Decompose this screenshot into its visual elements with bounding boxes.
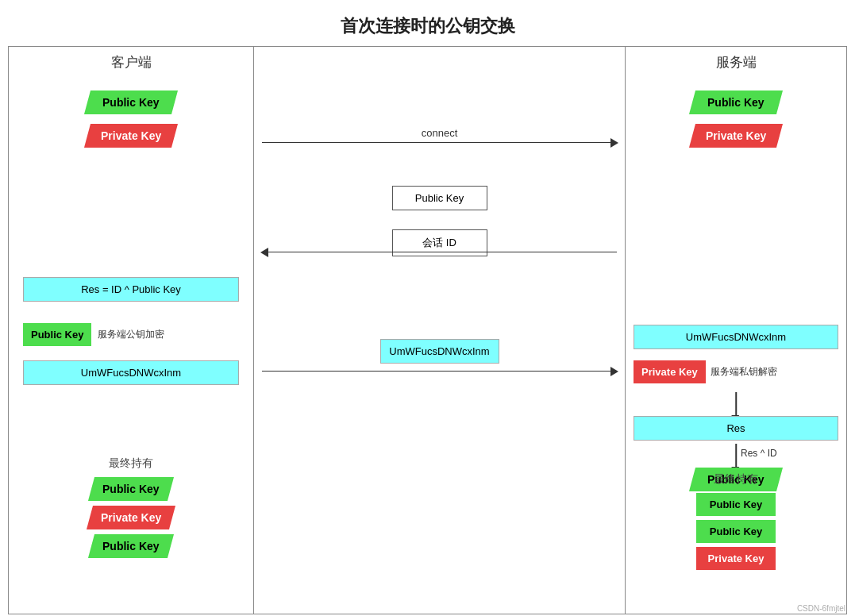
v-arrow-1 [735,392,737,416]
client-final-privkey: Private Key [87,506,175,529]
encrypted-arrow [262,371,617,372]
client-panel: 客户端 Public Key Private Key Res = ID ^ Pu… [8,46,254,614]
res-xor-label: Res ^ ID [741,448,777,459]
middle-panel: connect Public Key 会话 ID UmWFucsDNWcxI [254,46,625,614]
server-label: 服务端 [626,47,846,75]
response-arrow [262,252,617,252]
server-public-key-top: Public Key [689,90,783,114]
client-finally-label: 最终持有 [9,456,253,471]
watermark: CSDN-6fmjtel [797,604,845,613]
server-final-pubkey1: Public Key [696,493,776,516]
main-title: 首次连接时的公钥交换 [0,0,855,46]
server-panel: 服务端 Public Key Private Key UmWFucsDNWcxI… [625,46,847,614]
decrypt-label: 服务端私钥解密 [711,365,777,379]
connect-label: connect [422,127,458,139]
connect-arrow: connect [262,142,617,143]
v-arrow-2 [735,444,737,468]
server-private-key-top: Private Key [689,124,783,148]
middle-public-key: Public Key [392,186,487,210]
client-private-key-top: Private Key [84,124,178,148]
client-encrypted: UmWFucsDNWcxInm [23,360,239,385]
client-label: 客户端 [9,47,253,75]
client-res-eq: Res = ID ^ Public Key [23,277,239,302]
client-public-key-mid: Public Key [23,323,91,346]
middle-encrypted: UmWFucsDNWcxInm [380,339,499,364]
server-final-privkey: Private Key [696,547,776,570]
server-encrypted: UmWFucsDNWcxInm [634,325,838,349]
client-final-pubkey2: Public Key [88,534,174,558]
encrypt-label: 服务端公钥加密 [98,328,164,341]
server-finally-label: 最终持有 [626,472,846,487]
server-final-pubkey2: Public Key [696,520,776,543]
server-res: Res [634,416,838,441]
server-private-key-mid: Private Key [634,360,706,383]
client-final-pubkey1: Public Key [88,477,174,501]
client-public-key-top: Public Key [84,90,178,114]
